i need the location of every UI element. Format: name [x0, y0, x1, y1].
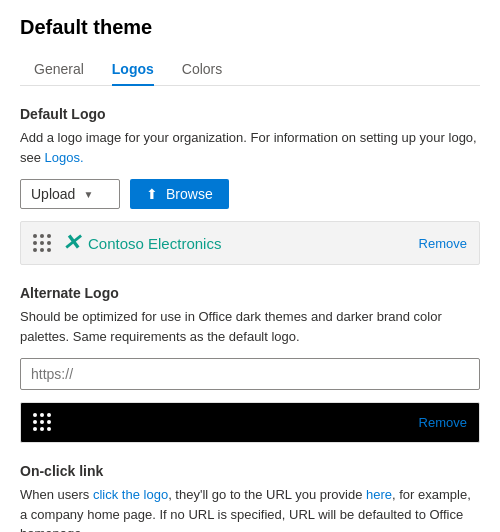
- alternate-logo-url-input[interactable]: [20, 358, 480, 390]
- alt-drag-handle-icon[interactable]: [33, 413, 52, 432]
- default-logo-desc-text: Add a logo image for your organization. …: [20, 130, 477, 165]
- default-logo-desc: Add a logo image for your organization. …: [20, 128, 480, 167]
- default-logo-section: Default Logo Add a logo image for your o…: [20, 106, 480, 265]
- onclick-link-title: On-click link: [20, 463, 480, 479]
- logo-image-area: ✕ Contoso Electronics: [62, 230, 409, 256]
- onclick-link-desc: When users click the logo, they'll go to…: [20, 485, 480, 532]
- alternate-logo-title: Alternate Logo: [20, 285, 480, 301]
- upload-label: Upload: [31, 186, 75, 202]
- tabs-container: General Logos Colors: [20, 53, 480, 86]
- tab-general[interactable]: General: [20, 53, 98, 85]
- remove-default-logo-button[interactable]: Remove: [419, 236, 467, 251]
- default-logo-title: Default Logo: [20, 106, 480, 122]
- logo-preview-text: Contoso Electronics: [88, 235, 221, 252]
- upload-icon: ⬆: [146, 186, 158, 202]
- tab-colors[interactable]: Colors: [168, 53, 236, 85]
- alternate-logo-section: Alternate Logo Should be optimized for u…: [20, 285, 480, 443]
- alternate-logo-desc: Should be optimized for use in Office da…: [20, 307, 480, 346]
- onclick-link-section: On-click link When users click the logo,…: [20, 463, 480, 532]
- alt-logo-preview: Remove: [20, 402, 480, 443]
- remove-alt-logo-button[interactable]: Remove: [419, 415, 467, 430]
- upload-row: Upload ▼ ⬆ Browse: [20, 179, 480, 209]
- logo-x-icon: ✕: [62, 230, 80, 256]
- page-title: Default theme: [20, 16, 480, 39]
- here-link-inline[interactable]: here: [366, 487, 392, 502]
- browse-label: Browse: [166, 186, 213, 202]
- drag-handle-icon[interactable]: [33, 234, 52, 253]
- chevron-down-icon: ▼: [83, 189, 93, 200]
- tab-logos[interactable]: Logos: [98, 53, 168, 85]
- upload-dropdown[interactable]: Upload ▼: [20, 179, 120, 209]
- logo-preview: ✕ Contoso Electronics Remove: [20, 221, 480, 265]
- click-link-inline[interactable]: click the logo: [93, 487, 168, 502]
- browse-button[interactable]: ⬆ Browse: [130, 179, 229, 209]
- logos-link[interactable]: Logos.: [45, 150, 84, 165]
